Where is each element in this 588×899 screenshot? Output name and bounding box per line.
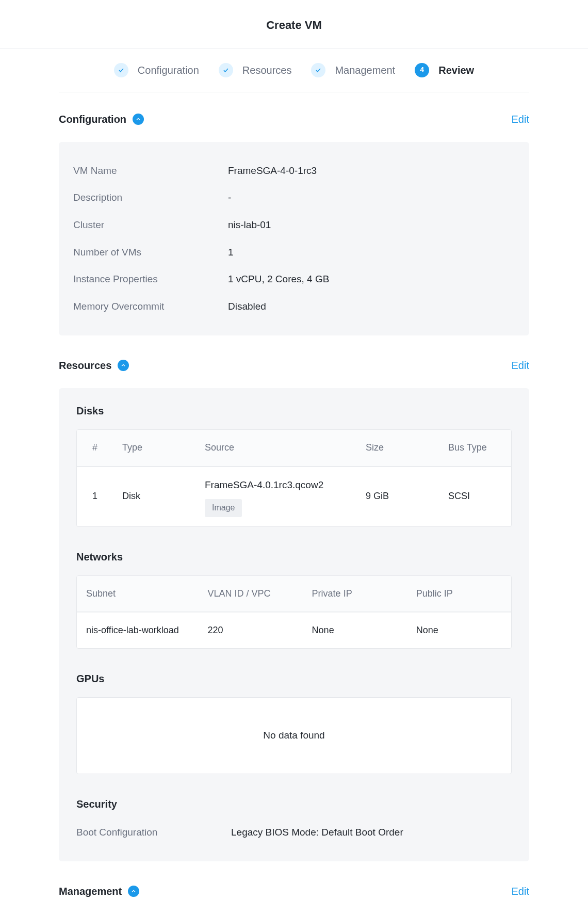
- edit-resources-link[interactable]: Edit: [512, 358, 529, 373]
- col-header: VLAN ID / VPC: [198, 576, 302, 612]
- cell-num: 1: [77, 478, 113, 514]
- section-title-resources: Resources: [59, 358, 111, 373]
- step-resources[interactable]: Resources: [219, 63, 292, 77]
- chevron-up-icon[interactable]: [128, 886, 139, 897]
- col-header: Type: [113, 430, 195, 465]
- kv-value: Disabled: [228, 300, 266, 314]
- kv-value: Legacy BIOS Mode: Default Boot Order: [231, 826, 403, 840]
- check-icon: [219, 63, 233, 77]
- cell-vlan: 220: [198, 613, 302, 648]
- cell-source: FrameSGA-4.0.1rc3.qcow2: [205, 478, 323, 492]
- table-row: 1 Disk FrameSGA-4.0.1rc3.qcow2 Image 9 G…: [77, 467, 511, 526]
- check-icon: [114, 63, 128, 77]
- modal-title: Create VM: [0, 0, 588, 49]
- cell-size: 9 GiB: [356, 478, 439, 514]
- disks-table: # Type Source Size Bus Type 1 Disk Frame…: [76, 429, 512, 526]
- section-title-configuration: Configuration: [59, 112, 126, 126]
- kv-label: Boot Configuration: [76, 826, 231, 840]
- kv-label: Instance Properties: [73, 272, 228, 286]
- kv-value: 1: [228, 246, 234, 260]
- kv-label: VM Name: [73, 164, 228, 178]
- col-header: Source: [195, 430, 356, 465]
- step-label: Management: [335, 63, 395, 77]
- kv-value: -: [228, 191, 231, 205]
- kv-label: Memory Overcommit: [73, 300, 228, 314]
- source-tag: Image: [205, 499, 242, 517]
- step-label: Configuration: [138, 63, 199, 77]
- cell-subnet: nis-office-lab-workload: [77, 613, 198, 648]
- cell-bus: SCSI: [439, 478, 511, 514]
- edit-management-link[interactable]: Edit: [512, 884, 529, 898]
- subsection-title-networks: Networks: [76, 550, 512, 564]
- kv-label: Description: [73, 191, 228, 205]
- table-row: nis-office-lab-workload 220 None None: [77, 612, 511, 648]
- step-configuration[interactable]: Configuration: [114, 63, 199, 77]
- kv-label: Cluster: [73, 218, 228, 232]
- step-number-badge: 4: [415, 63, 429, 77]
- subsection-title-gpus: GPUs: [76, 671, 512, 686]
- col-header: #: [77, 430, 113, 465]
- col-header: Bus Type: [439, 430, 511, 465]
- wizard-stepper: Configuration Resources Management 4 Rev…: [59, 49, 529, 92]
- step-review[interactable]: 4 Review: [415, 63, 474, 77]
- step-management[interactable]: Management: [311, 63, 395, 77]
- subsection-title-disks: Disks: [76, 404, 512, 418]
- gpus-empty-state: No data found: [76, 697, 512, 774]
- kv-value: nis-lab-01: [228, 218, 271, 232]
- networks-table: Subnet VLAN ID / VPC Private IP Public I…: [76, 575, 512, 649]
- col-header: Subnet: [77, 576, 198, 612]
- cell-type: Disk: [113, 478, 195, 514]
- configuration-summary-card: VM Name FrameSGA-4-0-1rc3 Description - …: [59, 142, 529, 336]
- chevron-up-icon[interactable]: [133, 114, 144, 125]
- edit-configuration-link[interactable]: Edit: [512, 112, 529, 126]
- step-label: Resources: [242, 63, 292, 77]
- subsection-title-security: Security: [76, 797, 512, 811]
- cell-pub-ip: None: [407, 613, 511, 648]
- step-label: Review: [438, 63, 474, 77]
- kv-value: 1 vCPU, 2 Cores, 4 GB: [228, 272, 329, 286]
- resources-summary-card: Disks # Type Source Size Bus Type 1 Disk…: [59, 388, 529, 861]
- check-icon: [311, 63, 325, 77]
- col-header: Public IP: [407, 576, 511, 612]
- col-header: Private IP: [303, 576, 407, 612]
- col-header: Size: [356, 430, 439, 465]
- kv-label: Number of VMs: [73, 246, 228, 260]
- section-title-management: Management: [59, 884, 122, 898]
- chevron-up-icon[interactable]: [118, 360, 129, 371]
- kv-value: FrameSGA-4-0-1rc3: [228, 164, 317, 178]
- cell-priv-ip: None: [303, 613, 407, 648]
